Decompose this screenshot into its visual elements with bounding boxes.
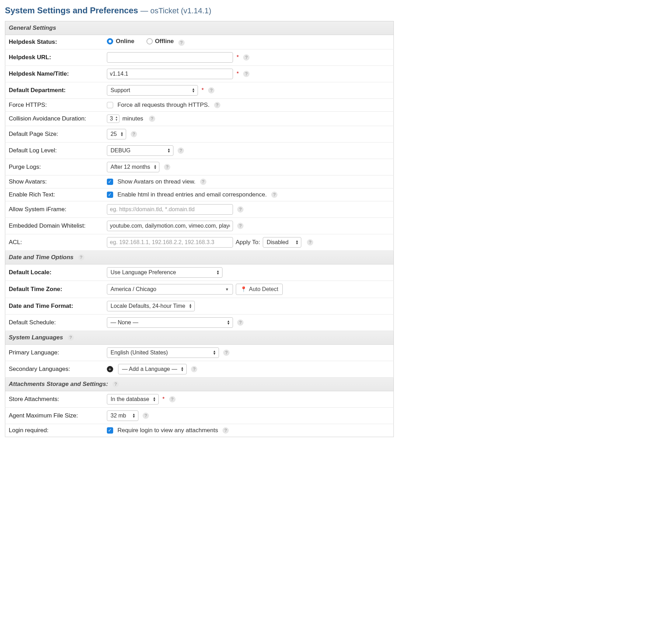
help-icon[interactable]: ? xyxy=(143,413,149,419)
help-icon[interactable]: ? xyxy=(214,102,220,108)
required-mark: * xyxy=(201,87,204,93)
required-mark: * xyxy=(236,54,239,60)
location-icon: 📍 xyxy=(240,286,247,292)
help-icon[interactable]: ? xyxy=(131,131,137,137)
locale-select[interactable]: Use Language Preference xyxy=(107,267,222,278)
radio-offline[interactable]: Offline xyxy=(141,38,174,45)
auto-detect-button[interactable]: 📍 Auto Detect xyxy=(236,284,283,295)
title-text: System Settings and Preferences xyxy=(5,6,138,15)
help-icon[interactable]: ? xyxy=(112,381,119,387)
row-acl: ACL: Apply To: Disabled ▲▼ ? xyxy=(5,234,394,250)
help-icon[interactable]: ? xyxy=(149,116,155,122)
row-loglevel: Default Log Level: DEBUG ▲▼ ? xyxy=(5,142,394,159)
plus-icon[interactable]: + xyxy=(107,366,113,372)
acl-applyto-select[interactable]: Disabled xyxy=(263,237,301,248)
pagesize-select[interactable]: 25 xyxy=(107,129,126,139)
url-input[interactable] xyxy=(107,52,233,63)
row-helpdesk-status: Helpdesk Status: Online Offline ? xyxy=(5,35,394,49)
row-pagesize: Default Page Size: 25 ▲▼ ? xyxy=(5,126,394,142)
chevron-down-icon: ▼ xyxy=(225,287,229,291)
help-icon[interactable]: ? xyxy=(237,319,244,326)
richtext-checkbox[interactable]: ✓ xyxy=(107,192,113,198)
help-icon[interactable]: ? xyxy=(208,87,214,94)
row-collision: Collision Avoidance Duration: 3 ▲▼ minut… xyxy=(5,111,394,126)
help-icon[interactable]: ? xyxy=(237,206,244,213)
row-embed: Embedded Domain Whitelist: ? xyxy=(5,217,394,234)
row-filesize: Agent Maximum File Size: 32 mb ▲▼ ? xyxy=(5,407,394,424)
loginreq-checkbox[interactable]: ✓ xyxy=(107,427,113,434)
label-dtformat: Date and Time Format: xyxy=(5,298,103,314)
label-loglevel: Default Log Level: xyxy=(5,142,103,159)
name-input[interactable] xyxy=(107,69,233,79)
embed-input[interactable] xyxy=(107,221,233,231)
page-title: System Settings and Preferences — osTick… xyxy=(5,5,394,16)
label-loginreq: Login required: xyxy=(5,424,103,437)
label-locale: Default Locale: xyxy=(5,264,103,281)
collision-unit: minutes xyxy=(122,115,143,122)
help-icon[interactable]: ? xyxy=(237,223,244,229)
help-icon[interactable]: ? xyxy=(243,71,249,77)
loglevel-select[interactable]: DEBUG xyxy=(107,145,173,156)
section-attachments: Attachments Storage and Settings: ? xyxy=(5,377,394,391)
required-mark: * xyxy=(236,71,239,77)
label-iframe: Allow System iFrame: xyxy=(5,201,103,217)
row-store: Store Attachments: In the database ▲▼ * … xyxy=(5,391,394,407)
label-embed: Embedded Domain Whitelist: xyxy=(5,217,103,234)
label-acl: ACL: xyxy=(5,234,103,250)
row-tz: Default Time Zone: America / Chicago ▼ 📍… xyxy=(5,281,394,298)
purge-select[interactable]: After 12 months xyxy=(107,162,160,172)
richtext-text: Enable html in thread entries and email … xyxy=(117,191,267,198)
label-avatars: Show Avatars: xyxy=(5,175,103,188)
help-icon[interactable]: ? xyxy=(68,334,74,341)
label-schedule: Default Schedule: xyxy=(5,314,103,331)
help-icon[interactable]: ? xyxy=(307,239,313,246)
label-collision: Collision Avoidance Duration: xyxy=(5,111,103,126)
dept-select[interactable]: Support xyxy=(107,85,198,96)
row-dtformat: Date and Time Format: Locale Defaults, 2… xyxy=(5,298,394,314)
dtformat-select[interactable]: Locale Defaults, 24-hour Time xyxy=(107,301,195,311)
row-iframe: Allow System iFrame: ? xyxy=(5,201,394,217)
label-status: Helpdesk Status: xyxy=(5,35,103,49)
row-richtext: Enable Rich Text: ✓ Enable html in threa… xyxy=(5,188,394,201)
help-icon[interactable]: ? xyxy=(243,54,249,61)
label-purge: Purge Logs: xyxy=(5,159,103,175)
label-https: Force HTTPS: xyxy=(5,98,103,111)
section-languages: System Languages ? xyxy=(5,331,394,344)
label-filesize: Agent Maximum File Size: xyxy=(5,407,103,424)
help-icon[interactable]: ? xyxy=(169,396,176,402)
label-primlang: Primary Language: xyxy=(5,344,103,361)
store-select[interactable]: In the database xyxy=(107,394,159,405)
help-icon[interactable]: ? xyxy=(200,179,206,185)
https-checkbox[interactable]: ✓ xyxy=(107,102,113,108)
help-icon[interactable]: ? xyxy=(178,147,184,154)
radio-offline-label: Offline xyxy=(155,38,174,45)
schedule-select[interactable]: — None — xyxy=(107,317,233,328)
help-icon[interactable]: ? xyxy=(164,164,170,170)
help-icon[interactable]: ? xyxy=(271,192,277,198)
row-default-department: Default Department: Support ▲▼ * ? xyxy=(5,82,394,98)
section-general: General Settings xyxy=(5,21,394,35)
help-icon[interactable]: ? xyxy=(223,350,229,356)
help-icon[interactable]: ? xyxy=(191,366,197,372)
row-helpdesk-name: Helpdesk Name/Title: * ? xyxy=(5,65,394,82)
primlang-select[interactable]: English (United States) xyxy=(107,347,219,358)
help-icon[interactable]: ? xyxy=(178,40,185,46)
acl-input[interactable] xyxy=(107,237,233,248)
row-schedule: Default Schedule: — None — ▲▼ ? xyxy=(5,314,394,331)
row-purge: Purge Logs: After 12 months ▲▼ ? xyxy=(5,159,394,175)
collision-input[interactable]: 3 ▲▼ xyxy=(107,115,120,123)
iframe-input[interactable] xyxy=(107,204,233,215)
help-icon[interactable]: ? xyxy=(78,254,84,261)
tz-select[interactable]: America / Chicago ▼ xyxy=(107,284,233,295)
radio-online[interactable]: Online xyxy=(107,38,135,45)
seclang-select[interactable]: — Add a Language — xyxy=(118,364,186,374)
label-tz: Default Time Zone: xyxy=(5,281,103,298)
label-richtext: Enable Rich Text: xyxy=(5,188,103,201)
avatars-checkbox[interactable]: ✓ xyxy=(107,179,113,185)
row-force-https: Force HTTPS: ✓ Force all requests throug… xyxy=(5,98,394,111)
radio-online-label: Online xyxy=(116,38,135,45)
row-helpdesk-url: Helpdesk URL: * ? xyxy=(5,49,394,65)
avatars-text: Show Avatars on thread view. xyxy=(117,178,196,185)
filesize-select[interactable]: 32 mb xyxy=(107,410,138,421)
help-icon[interactable]: ? xyxy=(222,427,229,434)
